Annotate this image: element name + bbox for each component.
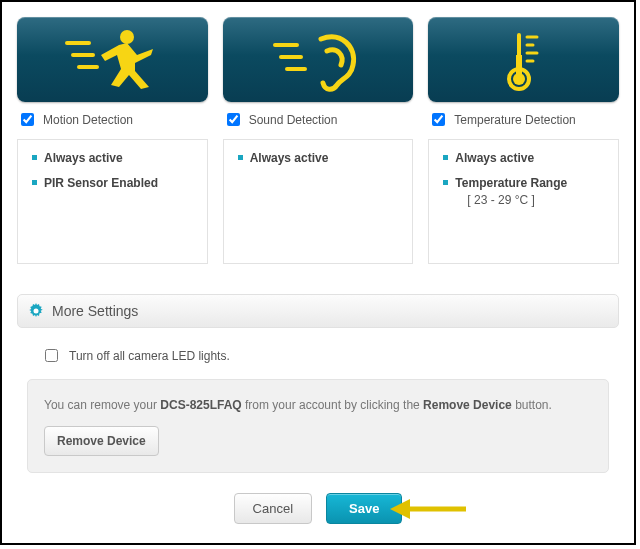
motion-checkbox-row[interactable]: Motion Detection <box>17 110 208 129</box>
tile-temperature[interactable] <box>428 17 619 102</box>
led-checkbox[interactable] <box>45 349 58 362</box>
tile-sound[interactable] <box>223 17 414 102</box>
card-sound: Sound Detection Always active <box>223 17 414 264</box>
settings-frame: Motion Detection Always active PIR Senso… <box>0 0 636 545</box>
more-settings-header[interactable]: More Settings <box>17 294 619 328</box>
sound-panel: Always active <box>223 139 414 264</box>
footer-buttons: Cancel Save <box>17 493 619 524</box>
more-settings-section: More Settings Turn off all camera LED li… <box>17 294 619 473</box>
remove-bold: Remove Device <box>423 398 512 412</box>
list-item: PIR Sensor Enabled <box>32 175 193 192</box>
svg-rect-9 <box>516 55 522 75</box>
led-label: Turn off all camera LED lights. <box>69 349 230 363</box>
motion-checkbox[interactable] <box>21 113 34 126</box>
list-item: Always active <box>443 150 604 167</box>
detection-cards: Motion Detection Always active PIR Senso… <box>17 17 619 264</box>
sound-checkbox[interactable] <box>227 113 240 126</box>
motion-label: Motion Detection <box>43 113 133 127</box>
sound-checkbox-row[interactable]: Sound Detection <box>223 110 414 129</box>
remove-device-button[interactable]: Remove Device <box>44 426 159 456</box>
gear-icon <box>28 303 44 319</box>
tile-motion[interactable] <box>17 17 208 102</box>
remove-text-post: button. <box>512 398 552 412</box>
card-motion: Motion Detection Always active PIR Senso… <box>17 17 208 264</box>
remove-text-pre: You can remove your <box>44 398 160 412</box>
temperature-checkbox-row[interactable]: Temperature Detection <box>428 110 619 129</box>
temperature-range: [ 23 - 29 °C ] <box>467 192 604 209</box>
card-temperature: Temperature Detection Always active Temp… <box>428 17 619 264</box>
led-toggle-row[interactable]: Turn off all camera LED lights. <box>41 346 619 365</box>
device-name: DCS-825LFAQ <box>160 398 241 412</box>
more-settings-title: More Settings <box>52 303 138 319</box>
temperature-panel: Always active Temperature Range [ 23 - 2… <box>428 139 619 264</box>
temperature-icon <box>469 25 579 95</box>
sound-label: Sound Detection <box>249 113 338 127</box>
sound-icon <box>263 25 373 95</box>
svg-point-3 <box>120 30 134 44</box>
remove-device-box: You can remove your DCS-825LFAQ from you… <box>27 379 609 473</box>
cancel-button[interactable]: Cancel <box>234 493 312 524</box>
list-item: Always active <box>32 150 193 167</box>
temperature-checkbox[interactable] <box>432 113 445 126</box>
list-item: Temperature Range [ 23 - 29 °C ] <box>443 175 604 209</box>
motion-panel: Always active PIR Sensor Enabled <box>17 139 208 264</box>
svg-marker-16 <box>390 499 410 519</box>
remove-text-mid: from your account by clicking the <box>242 398 423 412</box>
arrow-annotation-icon <box>388 496 468 522</box>
temperature-label: Temperature Detection <box>454 113 575 127</box>
motion-icon <box>57 25 167 95</box>
list-item: Always active <box>238 150 399 167</box>
svg-point-14 <box>34 309 39 314</box>
